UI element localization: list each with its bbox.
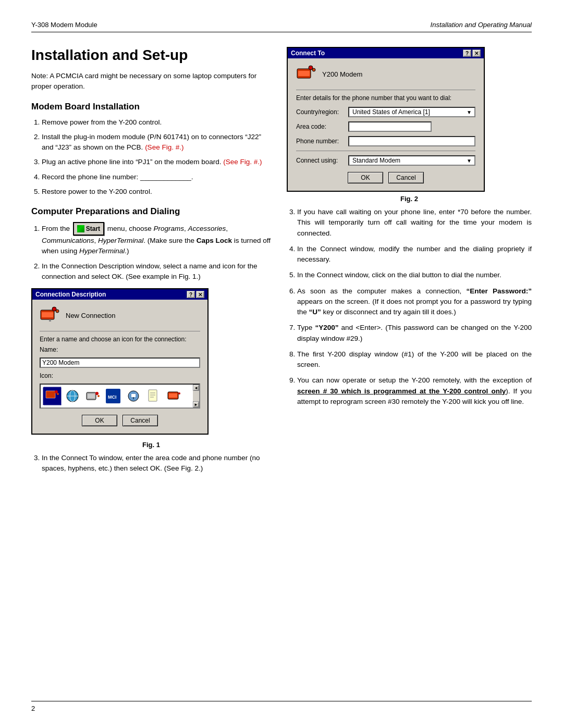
step-2-seefig: (See Fig. #.) (145, 143, 183, 151)
connect-to-title: Connect To (291, 50, 325, 57)
cancel-button[interactable]: Cancel (123, 415, 158, 426)
svg-point-14 (95, 392, 99, 395)
svg-point-7 (55, 390, 58, 393)
svg-rect-13 (88, 394, 95, 398)
country-label: Country/region: (296, 108, 348, 116)
country-dropdown-arrow: ▼ (467, 109, 473, 115)
step-1: Remove power from the Y-200 control. (42, 117, 271, 128)
icon-cell-3[interactable] (83, 387, 102, 405)
connect-cancel-button[interactable]: Cancel (388, 172, 424, 183)
step-3-seefig: (See Fig. #.) (223, 158, 262, 166)
country-value: United States of America [1] (351, 108, 467, 116)
connect-using-dropdown-arrow: ▼ (467, 158, 473, 164)
area-code-label: Area code: (296, 123, 348, 130)
svg-rect-4 (49, 319, 51, 322)
page-title: Installation and Set-up (31, 47, 271, 64)
right-column: Connect To ? ✕ Y200 Modem (287, 47, 532, 413)
area-code-row: Area code: (296, 121, 475, 132)
right-step-4: In the Connect window, modify the number… (297, 244, 532, 265)
ok-button[interactable]: OK (82, 415, 117, 426)
svg-point-3 (56, 310, 59, 313)
svg-rect-19 (131, 394, 136, 397)
icon-cell-5[interactable] (124, 387, 143, 405)
computer-prep-steps-2: In the Connect To window, enter the area… (42, 453, 271, 474)
icon-cell-2[interactable] (63, 387, 82, 405)
connect-to-dialog: Connect To ? ✕ Y200 Modem (287, 47, 485, 192)
right-step-3: If you have call waiting on your phone l… (297, 207, 532, 239)
connection-description-dialog: Connection Description ? ✕ (31, 288, 209, 435)
svg-point-15 (97, 395, 100, 397)
step-4: Record the phone line number: __________… (42, 172, 271, 182)
comp-step-2: In the Connection Description window, se… (42, 261, 271, 282)
svg-text:MCI: MCI (108, 394, 117, 400)
fig2-caption: Fig. 2 (287, 195, 532, 203)
page-header: Y-308 Modem Module Installation and Oper… (31, 21, 532, 32)
right-steps-list: If you have call waiting on your phone l… (297, 207, 532, 407)
connect-help-button[interactable]: ? (463, 50, 471, 57)
close-button[interactable]: ✕ (196, 291, 204, 298)
icon-grid-container: MCI (40, 384, 200, 409)
header-left: Y-308 Modem Module (31, 21, 97, 29)
modem-board-heading: Modem Board Installation (31, 102, 271, 112)
svg-point-27 (178, 392, 180, 394)
right-step-6: As soon as the computer makes a connecti… (297, 286, 532, 318)
svg-point-8 (57, 393, 59, 395)
name-input-container (40, 357, 200, 368)
connect-prompt: Enter details for the phone number that … (296, 94, 475, 102)
dialog-prompt: Enter a name and choose an icon for the … (40, 336, 200, 343)
svg-rect-29 (298, 71, 310, 76)
phone-input[interactable] (348, 136, 475, 146)
connect-using-label: Connect using: (296, 157, 348, 164)
connect-to-body: Y200 Modem Enter details for the phone n… (288, 58, 484, 191)
scroll-left-arrow[interactable]: ◄ (193, 385, 199, 391)
icon-label: Icon: (40, 372, 81, 379)
connect-divider-1 (296, 90, 475, 90)
right-steps: If you have call waiting on your phone l… (287, 207, 532, 407)
icon-cell-7[interactable] (165, 387, 183, 405)
dialog-buttons: OK Cancel (40, 415, 200, 426)
start-button: Start (73, 222, 104, 236)
icon-cell-6[interactable] (144, 387, 163, 405)
comp-step-3: In the Connect To window, enter the area… (42, 453, 271, 474)
connect-modem-label: Y200 Modem (322, 70, 362, 78)
area-code-input[interactable] (348, 121, 432, 132)
country-select[interactable]: United States of America [1] ▼ (348, 107, 475, 117)
right-step-5: In the Connect window, click on the dial… (297, 270, 532, 280)
connect-divider-2 (296, 151, 475, 151)
connection-description-title: Connection Description (35, 291, 106, 298)
connect-ok-button[interactable]: OK (348, 172, 383, 183)
header-right: Installation and Operating Manual (431, 21, 532, 29)
right-step-9: You can now operate or setup the Y-200 r… (297, 375, 532, 407)
page-footer: 2 (31, 701, 532, 712)
connection-description-body: New Connection Enter a name and choose a… (32, 300, 207, 434)
connection-description-titlebar: Connection Description ? ✕ (32, 289, 207, 300)
modem-board-steps: Remove power from the Y-200 control. Ins… (42, 117, 271, 198)
icon-cell-4[interactable]: MCI (104, 387, 123, 405)
modem-icon (40, 305, 60, 326)
titlebar-buttons: ? ✕ (187, 291, 204, 298)
dialog-icon-label: New Connection (66, 312, 115, 319)
page-number: 2 (31, 705, 35, 712)
step-3: Plug an active phone line into “PJ1” on … (42, 157, 271, 167)
svg-rect-6 (46, 391, 55, 398)
connect-to-titlebar: Connect To ? ✕ (288, 48, 484, 58)
icon-grid: MCI (40, 384, 193, 409)
phone-label: Phone number: (296, 138, 348, 145)
phone-row: Phone number: (296, 136, 475, 146)
help-button[interactable]: ? (187, 291, 195, 298)
step-5: Restore power to the Y-200 control. (42, 187, 271, 197)
scroll-right-arrow[interactable]: ► (193, 401, 199, 408)
svg-rect-1 (42, 312, 53, 317)
connect-using-select[interactable]: Standard Modem ▼ (348, 155, 475, 166)
main-content: Installation and Set-up Note: A PCMCIA c… (31, 47, 532, 480)
connect-modem-icon (296, 64, 317, 84)
computer-prep-heading: Computer Preparations and Dialing (31, 206, 271, 217)
name-input[interactable] (40, 357, 200, 368)
icon-cell-1[interactable] (43, 387, 62, 405)
comp-step-1: From the Start menu, choose Programs, Ac… (42, 222, 271, 257)
connect-dialog-buttons: OK Cancel (296, 172, 475, 183)
icon-scrollbar: ◄ ► (193, 384, 200, 409)
svg-point-31 (312, 68, 315, 71)
connect-close-button[interactable]: ✕ (472, 50, 481, 57)
connect-icon-row: Y200 Modem (296, 64, 475, 84)
